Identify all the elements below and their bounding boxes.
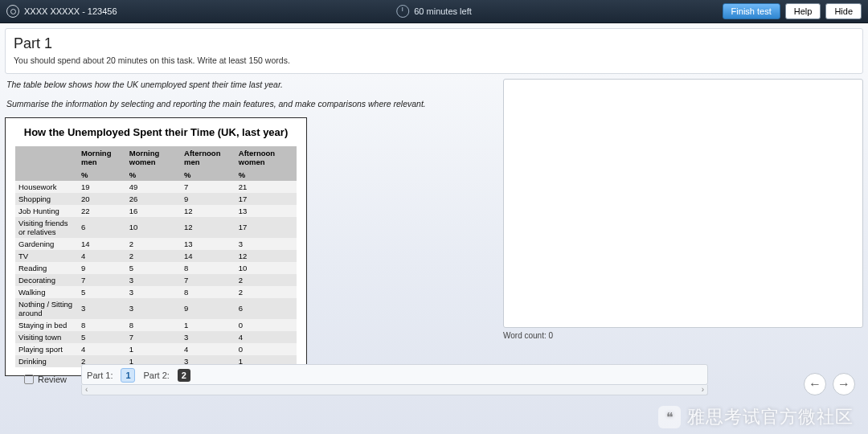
- table-title: How the Unemployed Spent their Time (UK,…: [15, 126, 297, 138]
- value-cell: 2: [235, 274, 297, 286]
- value-cell: 0: [235, 343, 297, 355]
- hide-button[interactable]: Hide: [825, 3, 862, 19]
- activity-cell: Nothing / Sitting around: [15, 298, 78, 319]
- nav-question-1[interactable]: 1: [121, 368, 135, 383]
- value-cell: 4: [181, 343, 235, 355]
- table-row: TV421412: [15, 250, 297, 262]
- value-cell: 10: [126, 217, 181, 238]
- unit-header: %: [235, 169, 297, 181]
- activity-cell: Shopping: [15, 193, 78, 205]
- value-cell: 17: [235, 193, 297, 205]
- footer-nav: Review Part 1: 1 Part 2: 2 ‹ ›: [0, 363, 868, 395]
- table-row: Nothing / Sitting around3396: [15, 298, 297, 319]
- unit-header: %: [126, 169, 181, 181]
- value-cell: 9: [181, 193, 235, 205]
- watermark-text: 雅思考试官方微社区: [687, 405, 854, 429]
- data-table-box: How the Unemployed Spent their Time (UK,…: [5, 117, 307, 376]
- word-count-value: 0: [549, 331, 554, 340]
- timer-text: 60 minutes left: [414, 6, 472, 16]
- answer-textarea[interactable]: [503, 79, 863, 328]
- activity-cell: Decorating: [15, 274, 78, 286]
- value-cell: 1: [126, 343, 181, 355]
- value-cell: 5: [78, 331, 126, 343]
- activity-cell: Visiting friends or relatives: [15, 217, 78, 238]
- value-cell: 9: [181, 298, 235, 319]
- activity-cell: Gardening: [15, 238, 78, 250]
- wechat-icon: ❝: [658, 406, 681, 428]
- word-count-label: Word count:: [503, 331, 547, 340]
- word-count: Word count: 0: [503, 331, 863, 340]
- value-cell: 3: [126, 274, 181, 286]
- value-cell: 12: [181, 205, 235, 217]
- top-buttons: Finish test Help Hide: [723, 3, 862, 19]
- unit-header: %: [78, 169, 126, 181]
- checkbox-icon: [24, 375, 34, 384]
- table-row: Shopping2026917: [15, 193, 297, 205]
- clock-icon: [396, 5, 409, 18]
- value-cell: 3: [78, 298, 126, 319]
- value-cell: 21: [235, 181, 297, 193]
- table-row: Job Hunting22161213: [15, 205, 297, 217]
- help-button[interactable]: Help: [785, 3, 821, 19]
- value-cell: 2: [126, 238, 181, 250]
- activity-cell: TV: [15, 250, 78, 262]
- watermark: ❝ 雅思考试官方微社区: [658, 405, 854, 429]
- value-cell: 12: [181, 217, 235, 238]
- value-cell: 8: [181, 262, 235, 274]
- prev-arrow-button[interactable]: ←: [804, 373, 826, 395]
- scroll-left-icon: ‹: [85, 385, 88, 394]
- value-cell: 26: [126, 193, 181, 205]
- value-cell: 16: [126, 205, 181, 217]
- table-row: Gardening142133: [15, 238, 297, 250]
- review-toggle[interactable]: Review: [24, 375, 67, 384]
- value-cell: 12: [235, 250, 297, 262]
- nav-scrollbar[interactable]: ‹ ›: [81, 385, 708, 395]
- value-cell: 13: [235, 205, 297, 217]
- value-cell: 3: [126, 286, 181, 298]
- value-cell: 14: [78, 238, 126, 250]
- activity-cell: Job Hunting: [15, 205, 78, 217]
- value-cell: 49: [126, 181, 181, 193]
- user-icon: [6, 5, 19, 18]
- value-cell: 8: [78, 319, 126, 331]
- answer-column: Word count: 0: [503, 79, 863, 376]
- nav-question-2[interactable]: 2: [178, 369, 190, 382]
- table-row: Walking5382: [15, 286, 297, 298]
- value-cell: 14: [181, 250, 235, 262]
- next-arrow-button[interactable]: →: [833, 373, 855, 395]
- data-table: Morning menMorning womenAfternoon menAft…: [15, 146, 297, 367]
- table-row: Staying in bed8810: [15, 319, 297, 331]
- table-head: Morning menMorning womenAfternoon menAft…: [15, 146, 297, 181]
- table-row: Playing sport4140: [15, 343, 297, 355]
- value-cell: 7: [181, 274, 235, 286]
- value-cell: 8: [181, 286, 235, 298]
- value-cell: 0: [235, 319, 297, 331]
- value-cell: 2: [126, 250, 181, 262]
- nav-part2-label: Part 2:: [143, 371, 169, 380]
- table-body: Housework1949721Shopping2026917Job Hunti…: [15, 181, 297, 367]
- col-header: Morning women: [126, 146, 181, 169]
- value-cell: 3: [181, 331, 235, 343]
- activity-cell: Housework: [15, 181, 78, 193]
- value-cell: 7: [126, 331, 181, 343]
- value-cell: 7: [181, 181, 235, 193]
- col-header: Morning men: [78, 146, 126, 169]
- value-cell: 4: [78, 250, 126, 262]
- value-cell: 6: [235, 298, 297, 319]
- col-header: Afternoon women: [235, 146, 297, 169]
- finish-test-button[interactable]: Finish test: [723, 3, 780, 19]
- value-cell: 2: [235, 286, 297, 298]
- activity-cell: Reading: [15, 262, 78, 274]
- activity-cell: Staying in bed: [15, 319, 78, 331]
- value-cell: 5: [126, 262, 181, 274]
- instruction-panel: Part 1 You should spend about 20 minutes…: [5, 28, 863, 74]
- table-row: Housework1949721: [15, 181, 297, 193]
- col-header: [15, 146, 78, 169]
- value-cell: 6: [78, 217, 126, 238]
- scroll-right-icon: ›: [702, 385, 704, 394]
- table-row: Visiting friends or relatives6101217: [15, 217, 297, 238]
- part-title: Part 1: [14, 35, 854, 52]
- table-row: Decorating7372: [15, 274, 297, 286]
- nav-part1-label: Part 1:: [87, 371, 113, 380]
- table-row: Visiting town5734: [15, 331, 297, 343]
